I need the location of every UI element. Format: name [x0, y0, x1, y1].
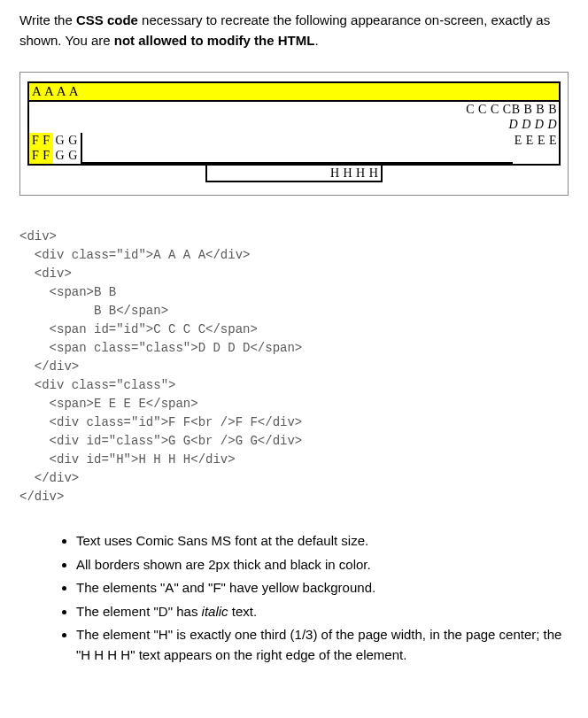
notes-list: Text uses Comic Sans MS font at the defa…	[19, 531, 569, 665]
mock-ff: F F F F	[29, 133, 53, 164]
mock-row-h: H H H H	[27, 166, 561, 183]
mock-gg-line2: G G	[56, 148, 78, 164]
figure-frame: A A A A C C C CB B B B D D D D F F F F G…	[19, 72, 569, 196]
mock-ff-line2: F F	[32, 148, 50, 164]
mock-row-ccccbbbb: C C C CB B B B	[29, 102, 559, 118]
mock-eeee: E E E E	[513, 133, 559, 164]
mock-ff-line1: F F	[32, 133, 50, 149]
intro-text-1: Write the	[19, 12, 76, 27]
note-item-2: All borders shown are 2px thick and blac…	[76, 555, 569, 575]
mock-outer-box: A A A A C C C CB B B B D D D D F F F F G…	[27, 81, 561, 166]
mock-mid-spacer	[82, 133, 513, 164]
mock-row-efg: F F F F G G G G E E E E	[29, 133, 559, 164]
note-item-4: The element "D" has italic text.	[76, 602, 569, 622]
mock-gg: G G G G	[53, 133, 81, 164]
html-code-block: <div> <div class="id">A A A A</div> <div…	[19, 228, 569, 506]
mock-row-a: A A A A	[29, 83, 559, 102]
mock-gg-line1: G G	[56, 133, 78, 149]
intro-bold-not-allowed: not allowed to modify the HTML	[114, 33, 315, 48]
intro-paragraph: Write the CSS code necessary to recreate…	[19, 11, 569, 50]
note-4-italic: italic	[202, 604, 228, 619]
mock-row-dddd: D D D D	[29, 117, 559, 133]
note-item-1: Text uses Comic Sans MS font at the defa…	[76, 531, 569, 552]
mock-hbox: H H H H	[205, 166, 383, 183]
note-4-post: text.	[228, 604, 258, 619]
note-4-pre: The element "D" has	[76, 604, 202, 619]
mock-bbbb: B B B B	[512, 103, 557, 116]
mock-col-ffgg: F F F F G G G G	[29, 133, 82, 164]
intro-text-3: .	[314, 33, 318, 48]
mock-rendering: A A A A C C C CB B B B D D D D F F F F G…	[27, 81, 561, 182]
note-item-5: The element "H" is exactly one third (1/…	[76, 625, 569, 665]
mock-cccc: C C C C	[466, 103, 511, 116]
intro-bold-css-code: CSS code	[76, 12, 138, 27]
note-item-3: The elements "A" and "F" have yellow bac…	[76, 578, 569, 598]
